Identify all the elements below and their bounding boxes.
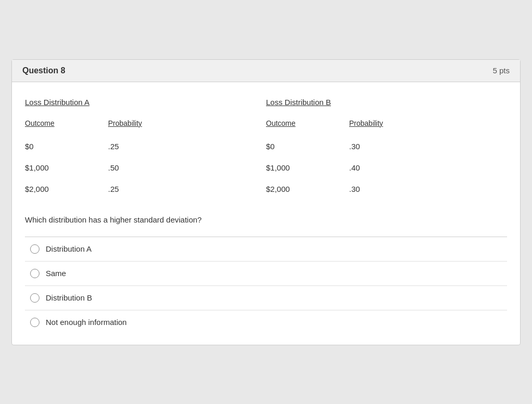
radio-2[interactable] <box>30 293 39 303</box>
question-header: Question 8 5 pts <box>12 60 520 82</box>
table-a-outcome-header: Outcome <box>25 117 108 136</box>
table-row: .30 <box>349 136 432 157</box>
radio-1[interactable] <box>30 269 39 278</box>
answer-option-3[interactable]: Not enough information <box>25 310 507 334</box>
question-text: Which distribution has a higher standard… <box>25 215 507 224</box>
table-b-grid: Outcome Probability $0.30$1,000.40$2,000… <box>266 117 507 200</box>
table-row: .40 <box>349 157 432 178</box>
table-row: $0 <box>266 136 349 157</box>
distributions-container: Loss Distribution A Outcome Probability … <box>25 98 507 200</box>
table-row: .25 <box>108 178 191 200</box>
question-body: Loss Distribution A Outcome Probability … <box>12 82 520 345</box>
radio-0[interactable] <box>30 244 39 254</box>
question-points: 5 pts <box>493 66 510 75</box>
distribution-table-b: Loss Distribution B Outcome Probability … <box>266 98 507 200</box>
answer-option-2[interactable]: Distribution B <box>25 286 507 310</box>
table-row: $2,000 <box>25 178 108 200</box>
option-label-0: Distribution A <box>46 244 91 253</box>
answer-option-0[interactable]: Distribution A <box>25 237 507 262</box>
question-card: Question 8 5 pts Loss Distribution A Out… <box>11 59 521 345</box>
table-row: $2,000 <box>266 178 349 200</box>
table-b-probability-header: Probability <box>349 117 432 136</box>
distribution-table-a: Loss Distribution A Outcome Probability … <box>25 98 266 200</box>
distribution-a-title: Loss Distribution A <box>25 98 266 107</box>
table-b-outcome-header: Outcome <box>266 117 349 136</box>
table-a-grid: Outcome Probability $0.25$1,000.50$2,000… <box>25 117 266 200</box>
option-label-1: Same <box>46 269 66 278</box>
table-row: .30 <box>349 178 432 200</box>
answer-option-1[interactable]: Same <box>25 262 507 286</box>
table-row: $1,000 <box>266 157 349 178</box>
table-row: $0 <box>25 136 108 157</box>
distribution-b-title: Loss Distribution B <box>266 98 507 107</box>
question-title: Question 8 <box>22 66 65 75</box>
table-a-probability-header: Probability <box>108 117 191 136</box>
answer-options: Distribution ASameDistribution BNot enou… <box>25 237 507 334</box>
table-row: .50 <box>108 157 191 178</box>
table-row: .25 <box>108 136 191 157</box>
option-label-2: Distribution B <box>46 293 92 302</box>
radio-3[interactable] <box>30 318 39 327</box>
table-row: $1,000 <box>25 157 108 178</box>
option-label-3: Not enough information <box>46 318 127 327</box>
